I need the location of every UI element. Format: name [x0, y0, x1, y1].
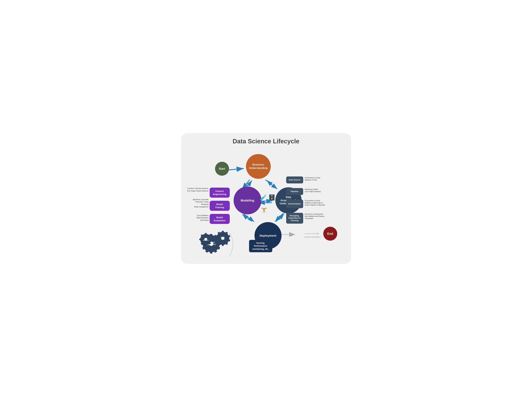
model-evaluation-text: Cross ValidationModel ReportingA/B Testi…: [196, 215, 208, 221]
feature-engineering-box-label: FeatureEngineering: [213, 190, 226, 196]
svg-text:Web: Web: [204, 237, 207, 239]
page-title: Data Science Lifecycle: [184, 136, 348, 145]
svg-rect-38: [222, 244, 224, 246]
model-evaluation-box: ModelEvaluation: [210, 214, 230, 224]
feature-engineering-text: Transform, Binning Temporal, Text, Image…: [187, 187, 208, 192]
wrangling-label: Wrangling,Exploration &Cleaning: [288, 215, 300, 222]
diagram-area: Start BusinessUnderstanding Modeling Dat…: [184, 146, 348, 261]
wrangling-desc-text: Structured vs UnstructuredData Validatio…: [305, 213, 324, 219]
svg-rect-50: [210, 239, 212, 240]
modeling-label: Modeling: [241, 199, 254, 202]
acceptance-arrow: [305, 232, 320, 235]
wrangling-description: Structured vs UnstructuredData Validatio…: [305, 213, 338, 220]
model-training-box: ModelTraining: [210, 201, 230, 211]
pipeline-description: Streaming vs BatchLow vs High Frequency: [305, 188, 338, 193]
end-circle: End: [323, 227, 337, 241]
model-evaluation-box-label: ModelEvaluation: [214, 216, 226, 222]
person-icon: 🏋️: [261, 207, 267, 213]
environment-box: Environment: [286, 200, 303, 208]
svg-rect-52: [205, 244, 207, 246]
svg-line-10: [242, 214, 252, 221]
svg-rect-54: [199, 239, 201, 240]
business-understanding-circle: BusinessUnderstanding: [246, 154, 271, 179]
data-source-box: Data Source: [286, 176, 303, 183]
environment-description: On-premises vs CloudDatabase vs Data Lak…: [305, 200, 338, 206]
model-training-labels: Algorithms, EnsembleParameter TuningRetr…: [184, 198, 208, 208]
svg-rect-33: [222, 231, 224, 233]
svg-rect-48: [205, 233, 207, 235]
svg-marker-61: [317, 233, 319, 235]
gears-svg: Intelligent Applications Model Store: [199, 228, 239, 259]
modeling-circle: Modeling: [234, 186, 262, 214]
wrangling-box: Wrangling,Exploration &Cleaning: [286, 213, 303, 224]
svg-rect-22: [210, 251, 212, 254]
svg-line-12: [276, 214, 284, 222]
data-source-desc-text: On-Premises vs CloudDatabase vs Files: [305, 177, 320, 181]
pipeline-desc-text: Streaming vs BatchLow vs High Frequency: [305, 188, 321, 192]
diagram-container: Data Science Lifecycle: [181, 133, 351, 264]
model-training-text: Algorithms, EnsembleParameter TuningRetr…: [193, 198, 208, 208]
data-source-label: Data Source: [289, 179, 300, 181]
deployment-label: Deployment: [260, 234, 276, 237]
svg-line-9: [244, 214, 254, 222]
customer-acceptance-label: Customer Acceptance: [304, 236, 321, 238]
feature-engineering-labels: Transform, Binning Temporal, Text, Image…: [184, 187, 208, 192]
scoring-label: Scoring, Performance monitoring, etc.: [251, 242, 271, 251]
start-label: Start: [219, 167, 225, 170]
data-source-description: On-Premises vs CloudDatabase vs Files: [305, 177, 338, 181]
scoring-box: Scoring, Performance monitoring, etc.: [249, 240, 272, 252]
feature-engineering-box: FeatureEngineering: [210, 188, 230, 198]
svg-text:Model: Model: [221, 236, 225, 238]
model-training-box-label: ModelTraining: [215, 203, 224, 209]
left-labels: Transform, Binning Temporal, Text, Image…: [184, 187, 208, 228]
svg-text:Store: Store: [221, 238, 225, 240]
end-label: End: [327, 232, 333, 236]
center-icons: 🧪 🗄️: [260, 194, 275, 201]
svg-line-11: [275, 213, 283, 222]
model-evaluation-labels: Cross ValidationModel ReportingA/B Testi…: [184, 214, 208, 222]
environment-label: Environment: [288, 203, 301, 205]
pipeline-label: Pipeline: [291, 190, 299, 193]
svg-line-2: [228, 168, 244, 170]
start-circle: Start: [215, 162, 229, 176]
environment-desc-text: On-premises vs CloudDatabase vs Data Lak…: [305, 200, 325, 206]
pipeline-box: Pipeline: [286, 188, 303, 195]
business-label: BusinessUnderstanding: [249, 163, 268, 170]
customer-acceptance: Customer Acceptance: [304, 232, 321, 238]
svg-line-6: [267, 180, 276, 188]
svg-line-5: [265, 180, 277, 189]
svg-text:Services: Services: [203, 239, 208, 241]
